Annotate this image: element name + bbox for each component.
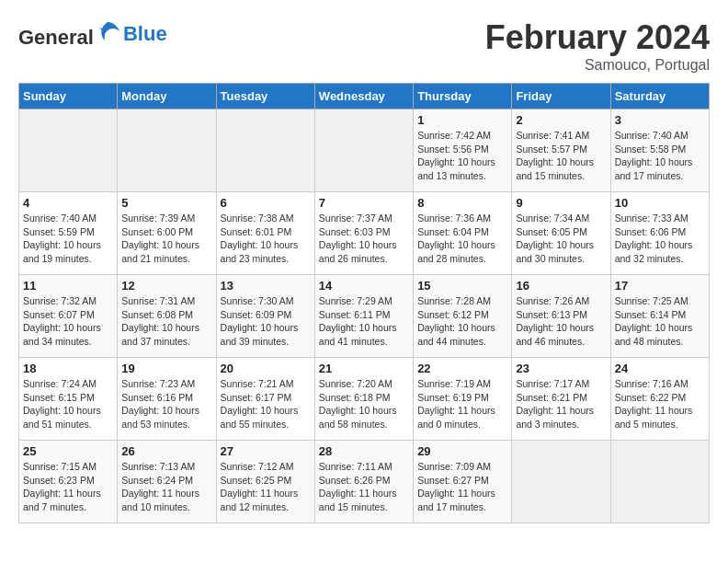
- calendar-cell: 29Sunrise: 7:09 AM Sunset: 6:27 PM Dayli…: [414, 441, 512, 523]
- calendar-cell: 3Sunrise: 7:40 AM Sunset: 5:58 PM Daylig…: [610, 109, 709, 192]
- day-number: 3: [615, 113, 705, 127]
- calendar-cell: 19Sunrise: 7:23 AM Sunset: 6:16 PM Dayli…: [118, 358, 216, 441]
- day-info: Sunrise: 7:41 AM Sunset: 5:57 PM Dayligh…: [516, 129, 606, 183]
- day-info: Sunrise: 7:39 AM Sunset: 6:00 PM Dayligh…: [121, 212, 211, 266]
- day-number: 21: [319, 362, 409, 375]
- calendar-cell: [216, 109, 314, 192]
- calendar-cell: 4Sunrise: 7:40 AM Sunset: 5:59 PM Daylig…: [19, 192, 118, 275]
- day-info: Sunrise: 7:34 AM Sunset: 6:05 PM Dayligh…: [516, 212, 606, 266]
- day-info: Sunrise: 7:30 AM Sunset: 6:09 PM Dayligh…: [221, 294, 311, 349]
- calendar-cell: 26Sunrise: 7:13 AM Sunset: 6:24 PM Dayli…: [118, 441, 216, 523]
- calendar-cell: 6Sunrise: 7:38 AM Sunset: 6:01 PM Daylig…: [216, 192, 314, 275]
- calendar-cell: 21Sunrise: 7:20 AM Sunset: 6:18 PM Dayli…: [314, 358, 413, 441]
- logo-general: General: [18, 26, 94, 49]
- day-info: Sunrise: 7:09 AM Sunset: 6:27 PM Dayligh…: [417, 460, 507, 514]
- day-number: 11: [23, 279, 113, 293]
- day-info: Sunrise: 7:21 AM Sunset: 6:17 PM Dayligh…: [221, 377, 311, 431]
- calendar-week-4: 18Sunrise: 7:24 AM Sunset: 6:15 PM Dayli…: [19, 358, 710, 441]
- month-title: February 2024: [485, 18, 710, 57]
- day-info: Sunrise: 7:16 AM Sunset: 6:22 PM Dayligh…: [615, 377, 705, 431]
- day-info: Sunrise: 7:12 AM Sunset: 6:25 PM Dayligh…: [221, 460, 311, 514]
- day-number: 12: [121, 279, 211, 293]
- logo-blue: Blue: [123, 23, 167, 45]
- day-number: 22: [417, 362, 507, 375]
- day-number: 8: [417, 196, 507, 210]
- day-info: Sunrise: 7:29 AM Sunset: 6:11 PM Dayligh…: [319, 294, 409, 349]
- day-number: 27: [221, 444, 311, 458]
- day-info: Sunrise: 7:23 AM Sunset: 6:16 PM Dayligh…: [121, 377, 211, 431]
- calendar-week-1: 1Sunrise: 7:42 AM Sunset: 5:56 PM Daylig…: [19, 109, 710, 192]
- day-number: 6: [221, 196, 311, 210]
- weekday-header-friday: Friday: [512, 84, 610, 109]
- calendar-cell: 20Sunrise: 7:21 AM Sunset: 6:17 PM Dayli…: [216, 358, 314, 441]
- day-info: Sunrise: 7:28 AM Sunset: 6:12 PM Dayligh…: [417, 294, 507, 349]
- day-info: Sunrise: 7:36 AM Sunset: 6:04 PM Dayligh…: [417, 212, 507, 266]
- day-number: 29: [417, 444, 507, 458]
- calendar-cell: 9Sunrise: 7:34 AM Sunset: 6:05 PM Daylig…: [512, 192, 610, 275]
- calendar-cell: 27Sunrise: 7:12 AM Sunset: 6:25 PM Dayli…: [216, 441, 314, 523]
- calendar-cell: 8Sunrise: 7:36 AM Sunset: 6:04 PM Daylig…: [414, 192, 512, 275]
- calendar-cell: 1Sunrise: 7:42 AM Sunset: 5:56 PM Daylig…: [414, 109, 512, 192]
- page-header: General Blue February 2024 Samouco, Port…: [18, 18, 710, 74]
- calendar-cell: 14Sunrise: 7:29 AM Sunset: 6:11 PM Dayli…: [314, 275, 413, 358]
- day-number: 18: [23, 362, 113, 375]
- weekday-header-tuesday: Tuesday: [216, 84, 314, 109]
- calendar-cell: [314, 109, 413, 192]
- calendar-cell: 17Sunrise: 7:25 AM Sunset: 6:14 PM Dayli…: [610, 275, 709, 358]
- calendar-week-2: 4Sunrise: 7:40 AM Sunset: 5:59 PM Daylig…: [19, 192, 710, 275]
- day-info: Sunrise: 7:42 AM Sunset: 5:56 PM Dayligh…: [417, 129, 507, 183]
- location-subtitle: Samouco, Portugal: [485, 57, 710, 74]
- day-number: 9: [516, 196, 606, 210]
- calendar-cell: 5Sunrise: 7:39 AM Sunset: 6:00 PM Daylig…: [118, 192, 216, 275]
- day-number: 10: [615, 196, 705, 210]
- day-info: Sunrise: 7:19 AM Sunset: 6:19 PM Dayligh…: [417, 377, 507, 431]
- day-number: 14: [319, 279, 409, 293]
- calendar-cell: 18Sunrise: 7:24 AM Sunset: 6:15 PM Dayli…: [19, 358, 118, 441]
- day-number: 23: [516, 362, 606, 375]
- weekday-header-monday: Monday: [118, 84, 216, 109]
- day-info: Sunrise: 7:17 AM Sunset: 6:21 PM Dayligh…: [516, 377, 606, 431]
- day-info: Sunrise: 7:20 AM Sunset: 6:18 PM Dayligh…: [319, 377, 409, 431]
- calendar-week-3: 11Sunrise: 7:32 AM Sunset: 6:07 PM Dayli…: [19, 275, 710, 358]
- day-number: 17: [615, 279, 705, 293]
- weekday-header-sunday: Sunday: [19, 84, 118, 109]
- day-number: 26: [121, 444, 211, 458]
- day-number: 28: [319, 444, 409, 458]
- calendar-cell: 7Sunrise: 7:37 AM Sunset: 6:03 PM Daylig…: [314, 192, 413, 275]
- day-number: 16: [516, 279, 606, 293]
- calendar-cell: 11Sunrise: 7:32 AM Sunset: 6:07 PM Dayli…: [19, 275, 118, 358]
- calendar-cell: 10Sunrise: 7:33 AM Sunset: 6:06 PM Dayli…: [610, 192, 709, 275]
- day-info: Sunrise: 7:25 AM Sunset: 6:14 PM Dayligh…: [615, 294, 705, 349]
- day-number: 25: [23, 444, 113, 458]
- day-info: Sunrise: 7:13 AM Sunset: 6:24 PM Dayligh…: [121, 460, 211, 514]
- day-number: 7: [319, 196, 409, 210]
- calendar-cell: 12Sunrise: 7:31 AM Sunset: 6:08 PM Dayli…: [118, 275, 216, 358]
- day-info: Sunrise: 7:11 AM Sunset: 6:26 PM Dayligh…: [319, 460, 409, 514]
- calendar-cell: 24Sunrise: 7:16 AM Sunset: 6:22 PM Dayli…: [610, 358, 709, 441]
- calendar-cell: 15Sunrise: 7:28 AM Sunset: 6:12 PM Dayli…: [414, 275, 512, 358]
- title-block: February 2024 Samouco, Portugal: [485, 18, 710, 74]
- calendar-cell: 23Sunrise: 7:17 AM Sunset: 6:21 PM Dayli…: [512, 358, 610, 441]
- calendar-cell: 22Sunrise: 7:19 AM Sunset: 6:19 PM Dayli…: [414, 358, 512, 441]
- day-info: Sunrise: 7:32 AM Sunset: 6:07 PM Dayligh…: [23, 294, 113, 349]
- day-number: 4: [23, 196, 113, 210]
- day-info: Sunrise: 7:33 AM Sunset: 6:06 PM Dayligh…: [615, 212, 705, 266]
- weekday-header-thursday: Thursday: [414, 84, 512, 109]
- day-number: 24: [615, 362, 705, 375]
- day-number: 1: [417, 113, 507, 127]
- calendar-cell: 16Sunrise: 7:26 AM Sunset: 6:13 PM Dayli…: [512, 275, 610, 358]
- calendar-table: SundayMondayTuesdayWednesdayThursdayFrid…: [18, 83, 710, 523]
- calendar-cell: 25Sunrise: 7:15 AM Sunset: 6:23 PM Dayli…: [19, 441, 118, 523]
- day-number: 13: [221, 279, 311, 293]
- calendar-week-5: 25Sunrise: 7:15 AM Sunset: 6:23 PM Dayli…: [19, 441, 710, 523]
- day-number: 5: [121, 196, 211, 210]
- calendar-cell: 13Sunrise: 7:30 AM Sunset: 6:09 PM Dayli…: [216, 275, 314, 358]
- day-info: Sunrise: 7:40 AM Sunset: 5:58 PM Dayligh…: [615, 129, 705, 183]
- day-info: Sunrise: 7:31 AM Sunset: 6:08 PM Dayligh…: [121, 294, 211, 349]
- calendar-cell: [610, 441, 709, 523]
- day-info: Sunrise: 7:24 AM Sunset: 6:15 PM Dayligh…: [23, 377, 113, 431]
- weekday-header-saturday: Saturday: [610, 84, 709, 109]
- logo-bird-icon: [96, 18, 121, 44]
- calendar-cell: [512, 441, 610, 523]
- weekday-header-wednesday: Wednesday: [314, 84, 413, 109]
